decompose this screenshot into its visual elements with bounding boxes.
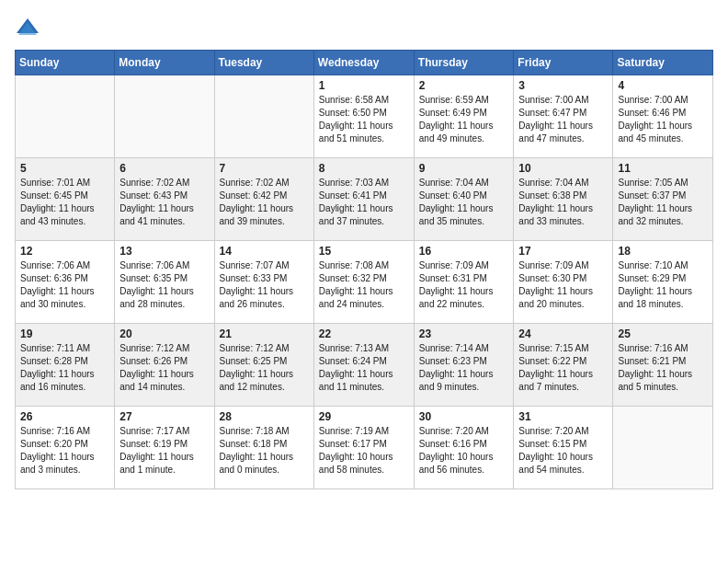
calendar-day-cell: [16, 75, 115, 158]
day-number: 18: [618, 245, 708, 258]
day-number: 7: [220, 162, 309, 175]
day-number: 29: [319, 410, 409, 423]
day-info: Sunrise: 7:01 AM Sunset: 6:45 PM Dayligh…: [20, 177, 109, 228]
calendar-day-cell: 12Sunrise: 7:06 AM Sunset: 6:36 PM Dayli…: [16, 241, 115, 324]
calendar-day-cell: 19Sunrise: 7:11 AM Sunset: 6:28 PM Dayli…: [16, 324, 115, 407]
day-info: Sunrise: 7:06 AM Sunset: 6:35 PM Dayligh…: [119, 259, 209, 311]
day-number: 27: [119, 410, 209, 423]
calendar-day-cell: [214, 75, 313, 158]
calendar-day-cell: 17Sunrise: 7:09 AM Sunset: 6:30 PM Dayli…: [514, 241, 613, 324]
calendar-day-cell: 14Sunrise: 7:07 AM Sunset: 6:33 PM Dayli…: [214, 241, 313, 324]
day-of-week-header: Wednesday: [313, 51, 414, 75]
day-info: Sunrise: 7:19 AM Sunset: 6:17 PM Dayligh…: [319, 425, 409, 477]
calendar-day-cell: 30Sunrise: 7:20 AM Sunset: 6:16 PM Dayli…: [414, 407, 514, 489]
day-info: Sunrise: 7:12 AM Sunset: 6:25 PM Dayligh…: [220, 342, 309, 394]
calendar-day-cell: 23Sunrise: 7:14 AM Sunset: 6:23 PM Dayli…: [414, 324, 514, 407]
day-info: Sunrise: 7:14 AM Sunset: 6:23 PM Dayligh…: [419, 342, 509, 394]
calendar-day-cell: 2Sunrise: 6:59 AM Sunset: 6:49 PM Daylig…: [414, 75, 514, 158]
day-number: 2: [419, 79, 509, 92]
day-number: 8: [319, 162, 409, 175]
calendar-day-cell: 26Sunrise: 7:16 AM Sunset: 6:20 PM Dayli…: [16, 407, 115, 489]
calendar-day-cell: 16Sunrise: 7:09 AM Sunset: 6:31 PM Dayli…: [414, 241, 514, 324]
calendar-week-row: 5Sunrise: 7:01 AM Sunset: 6:45 PM Daylig…: [16, 158, 713, 241]
day-number: 14: [220, 245, 309, 258]
day-of-week-header: Tuesday: [214, 51, 313, 75]
calendar-day-cell: 8Sunrise: 7:03 AM Sunset: 6:41 PM Daylig…: [313, 158, 414, 241]
day-info: Sunrise: 7:11 AM Sunset: 6:28 PM Dayligh…: [20, 342, 109, 394]
day-number: 15: [319, 245, 409, 258]
day-number: 22: [319, 327, 409, 340]
day-number: 4: [618, 79, 708, 92]
day-number: 17: [518, 245, 608, 258]
calendar-day-cell: 20Sunrise: 7:12 AM Sunset: 6:26 PM Dayli…: [115, 324, 214, 407]
calendar-table: SundayMondayTuesdayWednesdayThursdayFrid…: [15, 50, 713, 489]
calendar-week-row: 19Sunrise: 7:11 AM Sunset: 6:28 PM Dayli…: [16, 324, 713, 407]
calendar-day-cell: [613, 407, 713, 489]
day-info: Sunrise: 7:13 AM Sunset: 6:24 PM Dayligh…: [319, 342, 409, 394]
day-info: Sunrise: 7:02 AM Sunset: 6:42 PM Dayligh…: [220, 177, 309, 228]
page-header: [15, 15, 713, 40]
day-info: Sunrise: 6:59 AM Sunset: 6:49 PM Dayligh…: [419, 94, 509, 145]
day-info: Sunrise: 6:58 AM Sunset: 6:50 PM Dayligh…: [319, 94, 409, 145]
calendar-day-cell: 11Sunrise: 7:05 AM Sunset: 6:37 PM Dayli…: [613, 158, 713, 241]
day-of-week-header: Monday: [115, 51, 214, 75]
day-number: 11: [618, 162, 708, 175]
day-number: 12: [20, 245, 109, 258]
day-info: Sunrise: 7:04 AM Sunset: 6:38 PM Dayligh…: [518, 177, 608, 228]
calendar-day-cell: 13Sunrise: 7:06 AM Sunset: 6:35 PM Dayli…: [115, 241, 214, 324]
day-number: 5: [20, 162, 109, 175]
day-info: Sunrise: 7:03 AM Sunset: 6:41 PM Dayligh…: [319, 177, 409, 228]
day-info: Sunrise: 7:15 AM Sunset: 6:22 PM Dayligh…: [518, 342, 608, 394]
day-number: 16: [419, 245, 509, 258]
day-of-week-header: Sunday: [16, 51, 115, 75]
calendar-day-cell: 22Sunrise: 7:13 AM Sunset: 6:24 PM Dayli…: [313, 324, 414, 407]
day-number: 31: [518, 410, 608, 423]
calendar-day-cell: [115, 75, 214, 158]
day-number: 19: [20, 327, 109, 340]
day-info: Sunrise: 7:20 AM Sunset: 6:16 PM Dayligh…: [419, 425, 509, 477]
day-info: Sunrise: 7:00 AM Sunset: 6:47 PM Dayligh…: [518, 94, 608, 145]
calendar-day-cell: 25Sunrise: 7:16 AM Sunset: 6:21 PM Dayli…: [613, 324, 713, 407]
day-number: 13: [119, 245, 209, 258]
calendar-day-cell: 24Sunrise: 7:15 AM Sunset: 6:22 PM Dayli…: [514, 324, 613, 407]
day-number: 3: [518, 79, 608, 92]
calendar-day-cell: 7Sunrise: 7:02 AM Sunset: 6:42 PM Daylig…: [214, 158, 313, 241]
day-info: Sunrise: 7:12 AM Sunset: 6:26 PM Dayligh…: [119, 342, 209, 394]
calendar-day-cell: 5Sunrise: 7:01 AM Sunset: 6:45 PM Daylig…: [16, 158, 115, 241]
day-of-week-header: Thursday: [414, 51, 514, 75]
calendar-day-cell: 29Sunrise: 7:19 AM Sunset: 6:17 PM Dayli…: [313, 407, 414, 489]
calendar-day-cell: 31Sunrise: 7:20 AM Sunset: 6:15 PM Dayli…: [514, 407, 613, 489]
day-number: 9: [419, 162, 509, 175]
calendar-day-cell: 10Sunrise: 7:04 AM Sunset: 6:38 PM Dayli…: [514, 158, 613, 241]
day-info: Sunrise: 7:04 AM Sunset: 6:40 PM Dayligh…: [419, 177, 509, 228]
calendar-day-cell: 4Sunrise: 7:00 AM Sunset: 6:46 PM Daylig…: [613, 75, 713, 158]
calendar-header-row: SundayMondayTuesdayWednesdayThursdayFrid…: [16, 51, 713, 75]
calendar-day-cell: 6Sunrise: 7:02 AM Sunset: 6:43 PM Daylig…: [115, 158, 214, 241]
day-info: Sunrise: 7:09 AM Sunset: 6:31 PM Dayligh…: [419, 259, 509, 311]
day-info: Sunrise: 7:07 AM Sunset: 6:33 PM Dayligh…: [220, 259, 309, 311]
day-number: 23: [419, 327, 509, 340]
day-of-week-header: Friday: [514, 51, 613, 75]
calendar-day-cell: 18Sunrise: 7:10 AM Sunset: 6:29 PM Dayli…: [613, 241, 713, 324]
logo: [15, 15, 44, 40]
logo-icon: [15, 15, 40, 40]
day-number: 21: [220, 327, 309, 340]
day-number: 10: [518, 162, 608, 175]
calendar-day-cell: 1Sunrise: 6:58 AM Sunset: 6:50 PM Daylig…: [313, 75, 414, 158]
day-number: 26: [20, 410, 109, 423]
calendar-week-row: 12Sunrise: 7:06 AM Sunset: 6:36 PM Dayli…: [16, 241, 713, 324]
day-info: Sunrise: 7:00 AM Sunset: 6:46 PM Dayligh…: [618, 94, 708, 145]
day-number: 20: [119, 327, 209, 340]
day-info: Sunrise: 7:08 AM Sunset: 6:32 PM Dayligh…: [319, 259, 409, 311]
calendar-day-cell: 21Sunrise: 7:12 AM Sunset: 6:25 PM Dayli…: [214, 324, 313, 407]
calendar-day-cell: 9Sunrise: 7:04 AM Sunset: 6:40 PM Daylig…: [414, 158, 514, 241]
day-of-week-header: Saturday: [613, 51, 713, 75]
calendar-day-cell: 3Sunrise: 7:00 AM Sunset: 6:47 PM Daylig…: [514, 75, 613, 158]
day-info: Sunrise: 7:09 AM Sunset: 6:30 PM Dayligh…: [518, 259, 608, 311]
day-info: Sunrise: 7:02 AM Sunset: 6:43 PM Dayligh…: [119, 177, 209, 228]
day-number: 25: [618, 327, 708, 340]
day-info: Sunrise: 7:10 AM Sunset: 6:29 PM Dayligh…: [618, 259, 708, 311]
day-info: Sunrise: 7:06 AM Sunset: 6:36 PM Dayligh…: [20, 259, 109, 311]
day-info: Sunrise: 7:20 AM Sunset: 6:15 PM Dayligh…: [518, 425, 608, 477]
day-info: Sunrise: 7:16 AM Sunset: 6:20 PM Dayligh…: [20, 425, 109, 477]
